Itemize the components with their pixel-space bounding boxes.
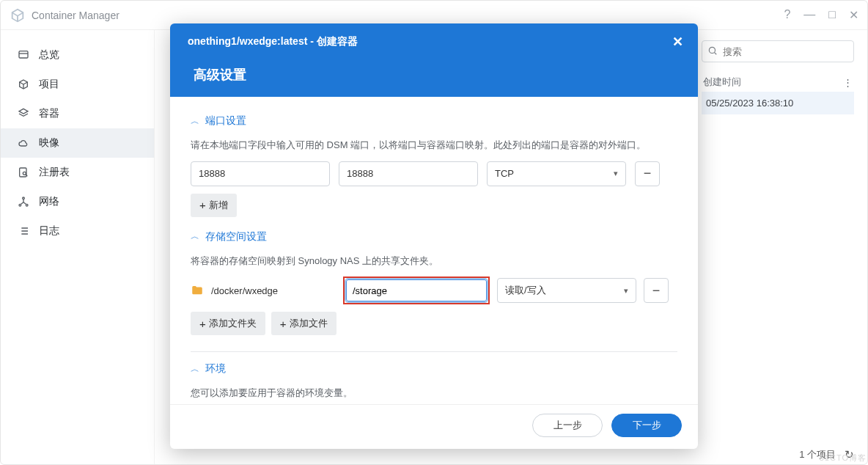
chevron-down-icon: ▾ [624,286,628,296]
sidebar-item-registry[interactable]: 注册表 [1,158,154,187]
list-icon [17,224,30,238]
section-title-label: 端口设置 [205,114,246,128]
section-title-label: 环境 [205,362,226,376]
remove-volume-button[interactable]: − [644,278,669,303]
close-window-button[interactable]: ✕ [849,8,858,22]
sidebar-item-network[interactable]: 网络 [1,187,154,216]
chevron-down-icon: ▾ [614,169,618,178]
container-path-input[interactable] [346,279,487,301]
port-desc: 请在本地端口字段中输入可用的 DSM 端口，以将端口与容器端口映射。此处列出的端… [191,138,677,153]
cloud-icon [17,136,30,150]
create-container-modal: onething1/wxedge:latest - 创建容器 ✕ 高级设置 ︿ … [170,23,698,449]
sidebar-item-image[interactable]: 映像 [1,128,154,158]
watermark: 51CTO博客 [820,453,867,464]
svg-rect-0 [19,51,28,58]
container-port-input[interactable] [339,161,478,186]
app-title: Container Manager [32,10,119,21]
search-box [702,40,854,62]
permission-value: 读取/写入 [505,284,546,297]
svg-point-5 [26,204,28,206]
svg-point-6 [709,47,715,53]
col-created-label[interactable]: 创建时间 [703,76,741,89]
modal-title: onething1/wxedge:latest - 创建容器 [188,35,358,48]
add-file-button[interactable]: +添加文件 [271,312,336,335]
search-icon [707,45,718,56]
modal-header: onething1/wxedge:latest - 创建容器 ✕ 高级设置 [170,23,698,97]
svg-point-2 [23,172,26,175]
modal-footer: 上一步 下一步 [170,404,698,449]
sidebar-item-label: 网络 [39,195,59,208]
sidebar-item-label: 日志 [39,224,59,238]
divider [191,351,677,352]
section-env-toggle[interactable]: ︿ 环境 [191,362,677,376]
container-path-highlight [343,277,490,304]
add-folder-button[interactable]: +添加文件夹 [191,312,265,335]
section-title-label: 存储空间设置 [205,230,267,244]
env-desc: 您可以添加要应用于容器的环境变量。 [191,386,677,400]
storage-desc: 将容器的存储空间映射到 Synology NAS 上的共享文件夹。 [191,254,677,268]
created-time-value: 05/25/2023 16:38:10 [706,98,793,109]
cube-icon [17,78,30,91]
help-button[interactable]: ? [784,8,790,22]
remove-port-button[interactable]: − [635,161,660,186]
section-port-toggle[interactable]: ︿ 端口设置 [191,114,677,128]
sidebar-item-overview[interactable]: 总览 [1,40,154,70]
search-doc-icon [17,166,30,179]
sidebar-item-label: 总览 [39,48,59,62]
sidebar-item-log[interactable]: 日志 [1,216,154,246]
prev-button[interactable]: 上一步 [532,414,603,437]
protocol-select[interactable]: TCP ▾ [487,161,626,186]
sidebar-item-label: 容器 [39,107,59,120]
svg-point-3 [23,197,25,199]
window-controls: ? — □ ✕ [784,8,858,22]
chevron-up-icon: ︿ [191,363,199,376]
sidebar-item-label: 注册表 [39,166,70,179]
sidebar-item-project[interactable]: 项目 [1,70,154,99]
sidebar-item-container[interactable]: 容器 [1,99,154,128]
chevron-up-icon: ︿ [191,115,199,128]
plus-icon: + [199,199,206,211]
table-row[interactable]: 05/25/2023 16:38:10 [702,92,854,114]
app-logo-icon [10,7,26,23]
table-header: 创建时间 ⋮ [702,71,854,94]
plus-icon: + [199,318,206,330]
svg-point-4 [19,204,21,206]
protocol-value: TCP [495,168,514,179]
plus-icon: + [280,318,287,330]
permission-select[interactable]: 读取/写入 ▾ [497,278,636,303]
network-icon [17,195,30,208]
next-button[interactable]: 下一步 [611,414,682,437]
sidebar-item-label: 映像 [39,136,59,150]
section-storage-toggle[interactable]: ︿ 存储空间设置 [191,230,677,244]
chevron-up-icon: ︿ [191,230,199,243]
sidebar-item-label: 项目 [39,78,59,91]
modal-body: ︿ 端口设置 请在本地端口字段中输入可用的 DSM 端口，以将端口与容器端口映射… [170,97,698,404]
maximize-button[interactable]: □ [828,8,836,22]
minimize-button[interactable]: — [803,8,815,22]
host-path[interactable]: /docker/wxedge [211,285,336,296]
modal-subtitle: 高级设置 [194,66,683,84]
sidebar: 总览 项目 容器 映像 注册表 网络 [1,30,155,464]
kebab-icon[interactable]: ⋮ [843,77,853,88]
container-icon [17,107,30,120]
folder-icon [191,284,204,297]
local-port-input[interactable] [191,161,330,186]
modal-close-button[interactable]: ✕ [672,34,683,50]
add-port-button[interactable]: +新增 [191,194,237,217]
search-input[interactable] [702,40,854,62]
dashboard-icon [17,48,30,62]
